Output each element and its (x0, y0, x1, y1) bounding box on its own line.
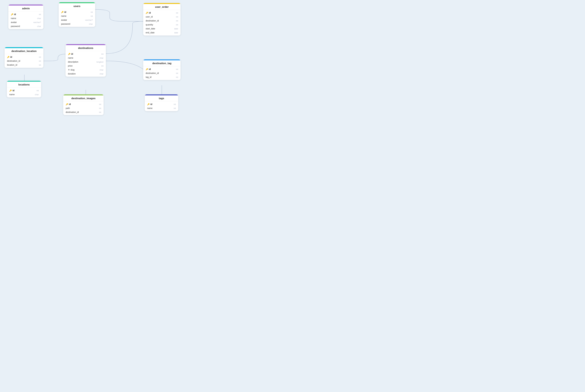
field-name-text: id (150, 103, 152, 106)
field-type-text: char (35, 94, 39, 96)
key-icon: 🔑 (66, 103, 68, 106)
field-name-text: avatar (11, 21, 17, 24)
field-avatar: avatar (11, 21, 31, 24)
field-type-text: char (100, 73, 104, 75)
field-name: name (147, 107, 171, 110)
table-destination_tag-body: 🔑 idint destination_idint tag_idint (143, 66, 180, 80)
field-type-text: int (176, 16, 178, 18)
table-destination_images: destination_images🔑 idint pathint destin… (63, 94, 104, 115)
table-row: destination_idint (4, 59, 44, 63)
field-password: password (61, 23, 86, 25)
field-name-text: destination_id (146, 72, 159, 74)
table-row: location_idint (4, 63, 44, 67)
table-row: destination_idint (143, 19, 180, 23)
field-name-text: slug (70, 68, 74, 71)
field-destination_id: destination_id (146, 20, 174, 22)
table-row: passwordchar (8, 24, 44, 28)
field-type-text: int (176, 68, 178, 70)
table-destination_tag: destination_tag🔑 idint destination_idint… (143, 60, 180, 80)
field-name: name (11, 17, 35, 20)
table-row: tag_idint (143, 75, 180, 79)
field-id: 🔑 id (146, 68, 174, 70)
field-name-text: name (68, 57, 73, 59)
table-row: 🔑 idint (59, 10, 95, 14)
table-row: quantityint (143, 23, 180, 27)
field-end_date: end_date (146, 32, 172, 34)
field-name-text: name (147, 107, 152, 110)
table-row: 🔑 idint (66, 52, 106, 56)
table-row: start_datedate (143, 27, 180, 30)
field-name-text: location_id (7, 64, 17, 66)
field-name-text: id (69, 103, 71, 106)
field-type-text: int (101, 53, 104, 55)
table-destination_location: destination_location🔑 idint destination_… (4, 47, 44, 68)
field-name-text: id (149, 12, 151, 14)
field-name-text: duration (68, 72, 76, 75)
field-password: password (11, 25, 35, 28)
key-icon: 🔑 (7, 56, 10, 58)
field-type-text: int (176, 12, 178, 14)
table-row: 🔑 idint (143, 11, 180, 15)
field-tag_id: tag_id (146, 76, 174, 78)
field-id: 🔑 id (66, 103, 96, 106)
field-type-text: longtext (96, 61, 104, 63)
field-type-text: date (174, 32, 178, 34)
field-name-text: description (68, 61, 78, 63)
table-row: ✳ slugchar (66, 68, 106, 72)
field-type-text: int (39, 56, 41, 58)
field-name: name (68, 57, 97, 59)
table-destination_images-title: destination_images (63, 95, 104, 101)
field-name-text: name (11, 17, 16, 20)
key-icon: 🔑 (68, 53, 70, 55)
field-name-text: id (149, 68, 151, 70)
field-destination_id: destination_id (146, 72, 174, 74)
table-row: destination_idint (143, 71, 180, 75)
field-type-text: int (36, 90, 39, 92)
key-icon: 🔑 (146, 68, 148, 70)
field-name-text: destination_id (146, 20, 159, 22)
field-type-text: int (39, 13, 41, 16)
table-locations-body: 🔑 idint namechar (7, 88, 41, 97)
field-id: 🔑 id (68, 53, 99, 55)
field-name-text: tag_id (146, 76, 152, 78)
table-user_order-body: 🔑 idint user_idint destination_idint qua… (143, 10, 180, 36)
table-users: users🔑 idint nameint avatarvarchar? pass… (59, 2, 95, 27)
table-row: user_idint (143, 15, 180, 19)
table-row: nameint (145, 106, 178, 110)
field-id: 🔑 id (146, 12, 174, 14)
field-name-text: password (11, 25, 20, 28)
field-id: 🔑 id (147, 103, 171, 106)
field-name-text: destination_id (7, 60, 20, 62)
table-destination_tag-title: destination_tag (143, 60, 180, 66)
field-price: price (68, 64, 99, 67)
field-name-text: id (64, 11, 66, 13)
field-type-text: int (99, 111, 101, 113)
field-type-text: int (39, 60, 41, 62)
table-row: 🔑 idint (8, 12, 44, 16)
field-name-text: name (9, 93, 14, 96)
field-type-text: char (100, 69, 104, 71)
table-row: priceint (66, 64, 106, 68)
table-tags: tags🔑 idint nameint (145, 94, 178, 111)
table-destinations-body: 🔑 idint namechar descriptionlongtext pri… (66, 51, 106, 77)
table-destinations: destinations🔑 idint namechar description… (66, 44, 106, 77)
table-row: descriptionlongtext (66, 60, 106, 64)
field-name-text: user_id (146, 16, 153, 18)
table-row: destination_idint (63, 110, 104, 114)
table-row: avatarvarchar? (8, 20, 44, 24)
field-name-text: name (61, 15, 66, 17)
field-name-text: avatar (61, 19, 67, 21)
field-path: path (66, 107, 96, 110)
table-admin: admin🔑 idint namechar avatarvarchar? pas… (8, 4, 44, 29)
field-name: name (61, 15, 88, 17)
field-type-text: int (174, 103, 176, 106)
field-type-text: int (39, 64, 41, 66)
field-type-text: char (37, 25, 41, 28)
field-type-text: int (176, 20, 178, 22)
table-tags-body: 🔑 idint nameint (145, 101, 178, 111)
table-user_order-title: user_order (143, 4, 180, 10)
table-row: namechar (8, 16, 44, 20)
unique-icon: ✳ (68, 68, 70, 71)
table-row: 🔑 idint (145, 102, 178, 106)
field-type-text: int (99, 103, 101, 106)
